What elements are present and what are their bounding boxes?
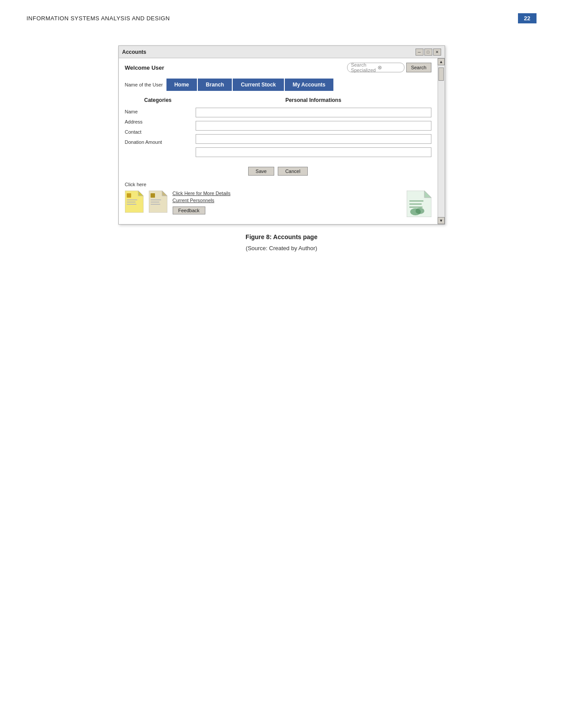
scrollbar[interactable]: ▲ ▼ xyxy=(438,58,445,224)
actions-row: Save Cancel xyxy=(125,167,431,176)
nav-user-label: Name of the User xyxy=(125,82,163,87)
scrollbar-down-arrow[interactable]: ▼ xyxy=(438,217,445,224)
svg-marker-1 xyxy=(138,191,144,196)
nav-bar: Name of the User Home Branch Current Sto… xyxy=(125,79,431,91)
svg-rect-16 xyxy=(409,206,423,208)
bottom-area: Click Here for More Details Current Pers… xyxy=(125,191,431,220)
minimize-button[interactable]: ─ xyxy=(416,49,423,56)
svg-rect-4 xyxy=(127,202,136,203)
click-here-text: Click here xyxy=(125,182,147,187)
doc-icon-yellow-wrapper xyxy=(125,191,144,213)
svg-rect-3 xyxy=(127,199,137,200)
bottom-right-icon-wrapper xyxy=(407,191,431,215)
more-details-link[interactable]: Click Here for More Details xyxy=(173,191,402,196)
svg-rect-14 xyxy=(409,200,423,202)
svg-rect-9 xyxy=(151,199,161,200)
personnels-link[interactable]: Current Personnels xyxy=(173,198,402,203)
doc-icon-yellow2-wrapper xyxy=(149,191,168,213)
nav-branch-button[interactable]: Branch xyxy=(198,79,232,91)
donation-amount-input[interactable] xyxy=(196,147,431,157)
close-button[interactable]: ✕ xyxy=(433,49,441,56)
nav-current-stock-button[interactable]: Current Stock xyxy=(233,79,283,91)
scrollbar-track[interactable] xyxy=(438,66,444,217)
page-title: INFORMATION SYSTEMS ANALYSIS AND DESIGN xyxy=(26,15,170,22)
field-label-contact: Contact xyxy=(125,128,191,135)
svg-marker-13 xyxy=(424,191,431,198)
save-button[interactable]: Save xyxy=(248,167,274,176)
svg-rect-15 xyxy=(409,203,422,205)
page-header: INFORMATION SYSTEMS ANALYSIS AND DESIGN … xyxy=(0,0,563,32)
welcome-text: Welcome User xyxy=(125,64,164,71)
field-label-name: Name xyxy=(125,108,191,114)
click-here-row: Click here xyxy=(125,182,431,187)
svg-rect-2 xyxy=(127,193,131,198)
svg-rect-11 xyxy=(151,204,160,205)
svg-marker-7 xyxy=(162,191,167,196)
svg-rect-5 xyxy=(127,204,136,205)
doc-icon-yellow2 xyxy=(149,191,167,213)
doc-icon-green xyxy=(407,191,431,217)
figure-caption: Figure 8: Accounts page xyxy=(26,233,537,240)
name-input[interactable] xyxy=(196,108,431,117)
title-bar: Accounts ─ □ ✕ xyxy=(119,46,445,58)
page-number: 22 xyxy=(518,13,537,23)
window-title: Accounts xyxy=(122,49,147,55)
field-label-donation: Donation Amount xyxy=(125,138,191,145)
main-content: Accounts ─ □ ✕ Welcome User Search Speci… xyxy=(0,32,563,274)
search-area: Search Specialized ⊗ Search xyxy=(347,63,431,72)
svg-rect-10 xyxy=(151,202,159,203)
fields-column: Personal Informations xyxy=(196,97,431,161)
svg-point-18 xyxy=(416,208,424,214)
scrollbar-up-arrow[interactable]: ▲ xyxy=(438,58,445,65)
search-button[interactable]: Search xyxy=(406,63,431,72)
personal-info-title: Personal Informations xyxy=(196,97,431,103)
figure-source: (Source: Created by Author) xyxy=(26,245,537,251)
window-body: Welcome User Search Specialized ⊗ Search… xyxy=(119,58,445,224)
address-input[interactable] xyxy=(196,121,431,131)
feedback-button[interactable]: Feedback xyxy=(173,206,205,214)
field-label-address: Address xyxy=(125,118,191,124)
app-window: Accounts ─ □ ✕ Welcome User Search Speci… xyxy=(118,45,445,225)
restore-button[interactable]: □ xyxy=(424,49,432,56)
categories-column: Categories Name Address Contact Donation… xyxy=(125,97,196,161)
window-controls: ─ □ ✕ xyxy=(416,49,441,56)
bottom-links: Click Here for More Details Current Pers… xyxy=(173,191,402,214)
window-content: Welcome User Search Specialized ⊗ Search… xyxy=(119,58,438,224)
search-placeholder-text: Search Specialized xyxy=(351,62,376,73)
window-topbar: Welcome User Search Specialized ⊗ Search xyxy=(125,63,431,75)
cancel-button[interactable]: Cancel xyxy=(278,167,308,176)
nav-home-button[interactable]: Home xyxy=(166,79,197,91)
scrollbar-thumb[interactable] xyxy=(438,68,444,81)
categories-title: Categories xyxy=(125,97,191,103)
nav-my-accounts-button[interactable]: My Accounts xyxy=(285,79,333,91)
contact-input[interactable] xyxy=(196,134,431,144)
search-clear-icon[interactable]: ⊗ xyxy=(378,64,401,71)
svg-rect-8 xyxy=(151,193,155,198)
form-area: Categories Name Address Contact Donation… xyxy=(125,97,431,161)
search-specialized-field[interactable]: Search Specialized ⊗ xyxy=(347,63,404,72)
doc-icon-yellow xyxy=(125,191,144,213)
